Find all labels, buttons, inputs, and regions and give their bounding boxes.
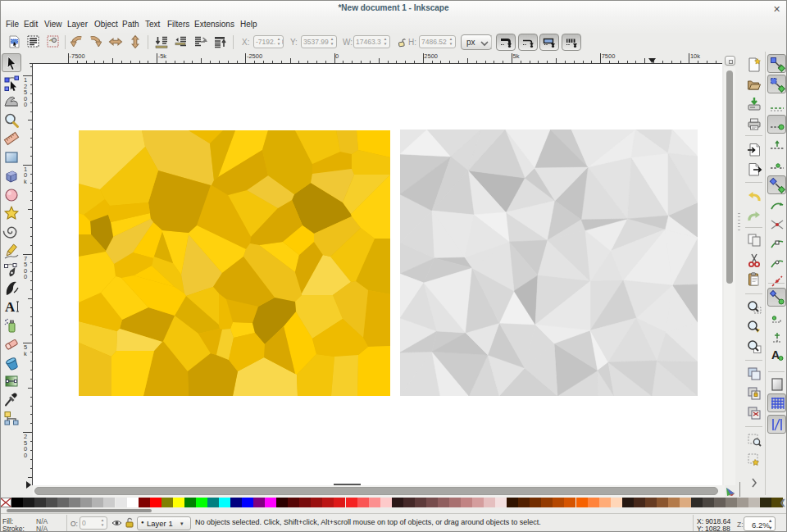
svg-text:A: A	[771, 348, 780, 361]
svg-text:k: k	[24, 350, 27, 357]
svg-text:0: 0	[24, 101, 27, 108]
svg-text:0: 0	[24, 273, 27, 280]
svg-text:0: 0	[24, 452, 27, 459]
svg-text:k: k	[24, 178, 27, 185]
svg-text:A: A	[5, 299, 16, 315]
